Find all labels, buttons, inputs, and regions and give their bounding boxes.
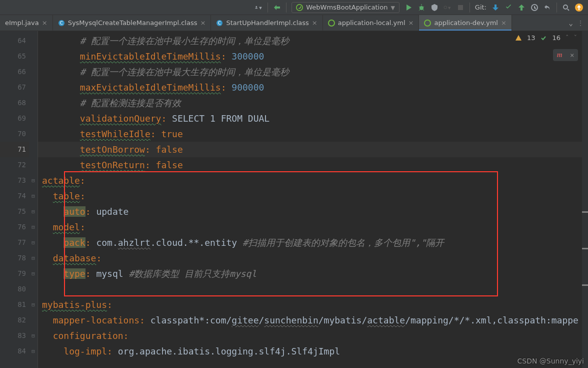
tab-app-dev[interactable]: application-dev.yml × — [419, 15, 512, 31]
class-icon: C — [58, 20, 65, 27]
vcs-rollback-icon[interactable] — [544, 4, 552, 12]
code-area[interactable]: 13 16 ˆˇ m × # 配置一个连接在池中最小生存的时间，单位是毫秒 mi… — [38, 31, 582, 368]
line-number-gutter: 64 65 66 67 68 69 70 71 72 73 74 75 76 7… — [0, 31, 29, 368]
editor-tabs: eImpl.java × C SysMysqlCreateTableManage… — [0, 15, 588, 31]
svg-point-1 — [420, 6, 424, 10]
back-hammer-icon[interactable] — [273, 4, 281, 12]
vcs-history-icon[interactable] — [530, 4, 538, 12]
profile-icon[interactable]: ▾ — [444, 4, 452, 12]
run-configuration-selector[interactable]: WebWmsBootApplication ▼ — [292, 2, 400, 13]
close-icon[interactable]: × — [501, 19, 506, 27]
warning-icon — [515, 35, 522, 42]
svg-point-2 — [444, 6, 447, 9]
fold-icon[interactable]: ⊟ — [29, 266, 38, 281]
watermark: CSDN @Sunny_yiyi — [517, 357, 584, 365]
weak-warning-count: 16 — [552, 34, 560, 42]
tabs-dropdown-icon[interactable]: ⌄ — [569, 19, 573, 27]
editor: 64 65 66 67 68 69 70 71 72 73 74 75 76 7… — [0, 31, 588, 368]
spring-icon — [328, 20, 335, 27]
fold-icon[interactable]: ⊟ — [29, 188, 38, 204]
vcs-commit-icon[interactable] — [504, 4, 512, 12]
inspection-widget[interactable]: 13 16 ˆˇ — [515, 34, 577, 42]
run-icon[interactable] — [404, 4, 412, 12]
fold-icon[interactable]: ⊟ — [29, 343, 38, 359]
close-icon[interactable]: × — [200, 19, 206, 27]
fold-icon[interactable]: ⊟ — [29, 173, 38, 188]
tab-eimpl[interactable]: eImpl.java × — [0, 15, 53, 31]
close-icon[interactable]: × — [312, 19, 318, 27]
tab-label: StartUpHandlerImpl.class — [226, 19, 308, 27]
tab-startup[interactable]: C StartUpHandlerImpl.class × — [211, 15, 322, 31]
fold-icon[interactable]: ⊟ — [29, 235, 38, 250]
svg-text:C: C — [218, 21, 221, 26]
svg-point-11 — [424, 20, 430, 26]
tab-label: SysMysqlCreateTableManagerImpl.class — [68, 19, 198, 27]
tab-sysmysql[interactable]: C SysMysqlCreateTableManagerImpl.class × — [53, 15, 212, 31]
fold-icon[interactable]: ⊟ — [29, 250, 38, 266]
debug-icon[interactable] — [418, 4, 426, 12]
tab-label: eImpl.java — [5, 19, 39, 27]
spring-icon — [424, 20, 431, 27]
warning-count: 13 — [527, 34, 536, 42]
vcs-update-icon[interactable] — [492, 4, 500, 12]
git-label: Git: — [475, 4, 486, 11]
coverage-icon[interactable] — [430, 4, 438, 12]
weak-warning-icon — [540, 35, 547, 42]
fold-icon[interactable]: ⊟ — [29, 328, 38, 343]
fold-icon[interactable]: ⊟ — [29, 219, 38, 235]
svg-rect-3 — [458, 5, 463, 10]
svg-text:C: C — [60, 21, 62, 26]
error-stripe[interactable] — [582, 31, 588, 368]
tab-label: application-dev.yml — [434, 19, 498, 27]
stop-icon — [456, 4, 464, 12]
spring-icon — [296, 4, 303, 11]
fold-icon[interactable]: ⊟ — [29, 204, 38, 219]
tabs-overflow[interactable]: ⌄ ⋮ — [565, 15, 588, 31]
user-icon[interactable]: ▾ — [254, 4, 262, 12]
svg-point-0 — [296, 4, 302, 10]
svg-point-5 — [564, 5, 568, 9]
close-icon[interactable]: × — [42, 19, 48, 27]
fold-icon[interactable]: ⊟ — [29, 297, 38, 312]
tab-label: application-local.yml — [338, 19, 406, 27]
fold-column: ⊟ ⊟ ⊟ ⊟ ⊟ ⊟ ⊟ ⊟ ⊟ ⊟ — [29, 31, 38, 368]
svg-point-10 — [328, 20, 334, 26]
vcs-push-icon[interactable] — [518, 4, 526, 12]
ide-update-icon[interactable] — [575, 4, 583, 12]
search-icon[interactable] — [562, 4, 570, 12]
maven-reload-badge[interactable]: m × — [553, 49, 578, 61]
close-icon[interactable]: × — [408, 19, 414, 27]
main-toolbar: ▾ WebWmsBootApplication ▼ ▾ Git: — [0, 0, 588, 15]
class-icon: C — [216, 20, 223, 27]
run-config-label: WebWmsBootApplication — [306, 4, 388, 11]
tab-app-local[interactable]: application-local.yml × — [323, 15, 420, 31]
tabs-more-icon[interactable]: ⋮ — [577, 19, 584, 27]
